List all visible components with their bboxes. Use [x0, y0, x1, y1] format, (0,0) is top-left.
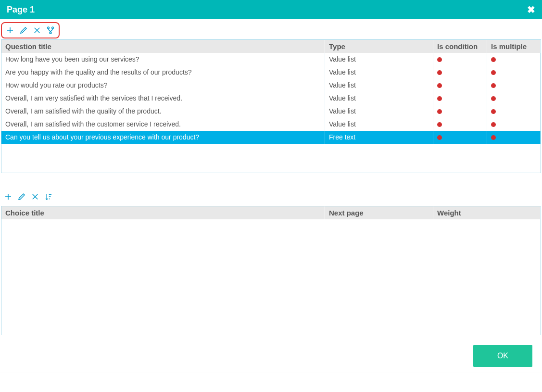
cell-type: Value list	[325, 79, 433, 92]
cell-multiple	[487, 105, 541, 118]
dialog-title: Page 1	[7, 5, 35, 15]
col-header-multiple[interactable]: Is multiple	[487, 40, 541, 53]
cell-multiple	[487, 131, 541, 144]
dot-icon	[491, 57, 496, 62]
table-row[interactable]: How would you rate our products?Value li…	[1, 79, 541, 92]
cell-condition	[433, 66, 487, 79]
dot-icon	[491, 70, 496, 75]
table-row[interactable]: Overall, I am satisfied with the custome…	[1, 118, 541, 131]
add-icon[interactable]	[5, 25, 15, 36]
cell-multiple	[487, 92, 541, 105]
col-header-title[interactable]: Question title	[1, 40, 325, 53]
dot-icon	[437, 83, 442, 88]
table-row[interactable]: Are you happy with the quality and the r…	[1, 66, 541, 79]
dot-icon	[437, 70, 442, 75]
ok-button[interactable]: OK	[473, 345, 532, 367]
dot-icon	[491, 96, 496, 101]
dot-icon	[437, 135, 442, 140]
cell-condition	[433, 79, 487, 92]
dot-icon	[437, 109, 442, 114]
close-icon[interactable]: ✖	[527, 4, 535, 15]
col-header-weight[interactable]: Weight	[433, 206, 541, 219]
cell-multiple	[487, 118, 541, 131]
cell-title: How would you rate our products?	[1, 79, 325, 92]
cell-title: How long have you been using our service…	[1, 53, 325, 66]
dialog-footer: OK	[0, 335, 542, 372]
cell-multiple	[487, 79, 541, 92]
table-row[interactable]: Overall, I am satisfied with the quality…	[1, 105, 541, 118]
dot-icon	[437, 96, 442, 101]
choices-grid-header: Choice title Next page Weight	[1, 206, 541, 219]
edit-icon[interactable]	[16, 191, 27, 202]
dot-icon	[491, 83, 496, 88]
cell-title: Overall, I am very satisfied with the se…	[1, 92, 325, 105]
cell-title: Overall, I am satisfied with the custome…	[1, 118, 325, 131]
dot-icon	[437, 57, 442, 62]
table-row[interactable]: Overall, I am very satisfied with the se…	[1, 92, 541, 105]
cell-title: Overall, I am satisfied with the quality…	[1, 105, 325, 118]
choices-grid: Choice title Next page Weight	[1, 206, 541, 335]
cell-multiple	[487, 66, 541, 79]
branch-icon[interactable]	[45, 25, 56, 36]
choices-grid-empty-space[interactable]	[1, 219, 541, 335]
cell-type: Value list	[325, 92, 433, 105]
col-header-type[interactable]: Type	[325, 40, 433, 53]
cell-condition	[433, 118, 487, 131]
cell-condition	[433, 53, 487, 66]
col-header-condition[interactable]: Is condition	[433, 40, 487, 53]
svg-point-5	[52, 27, 54, 29]
cell-title: Are you happy with the quality and the r…	[1, 66, 325, 79]
cell-type: Value list	[325, 118, 433, 131]
col-header-next-page[interactable]: Next page	[325, 206, 433, 219]
cell-title: Can you tell us about your previous expe…	[1, 131, 325, 144]
dot-icon	[491, 135, 496, 140]
choices-toolbar	[0, 188, 542, 206]
cell-type: Value list	[325, 53, 433, 66]
dot-icon	[437, 122, 442, 127]
questions-toolbar	[1, 22, 60, 38]
sort-icon[interactable]	[43, 191, 54, 202]
table-row[interactable]: How long have you been using our service…	[1, 53, 541, 66]
questions-grid: Question title Type Is condition Is mult…	[1, 39, 541, 173]
delete-icon[interactable]	[30, 191, 40, 202]
cell-type: Value list	[325, 105, 433, 118]
cell-condition	[433, 92, 487, 105]
delete-icon[interactable]	[32, 25, 42, 36]
dot-icon	[491, 122, 496, 127]
table-row[interactable]: Can you tell us about your previous expe…	[1, 131, 541, 144]
cell-condition	[433, 131, 487, 144]
cell-condition	[433, 105, 487, 118]
dialog-header: Page 1 ✖	[0, 0, 542, 19]
svg-point-4	[48, 27, 50, 29]
dot-icon	[491, 109, 496, 114]
svg-point-6	[50, 32, 51, 34]
questions-grid-body: How long have you been using our service…	[1, 53, 541, 144]
cell-type: Free text	[325, 131, 433, 144]
cell-type: Value list	[325, 66, 433, 79]
questions-grid-empty-space[interactable]	[1, 144, 541, 173]
edit-icon[interactable]	[18, 25, 29, 36]
add-icon[interactable]	[3, 191, 13, 202]
questions-grid-header: Question title Type Is condition Is mult…	[1, 40, 541, 53]
cell-multiple	[487, 53, 541, 66]
col-header-choice-title[interactable]: Choice title	[1, 206, 325, 219]
